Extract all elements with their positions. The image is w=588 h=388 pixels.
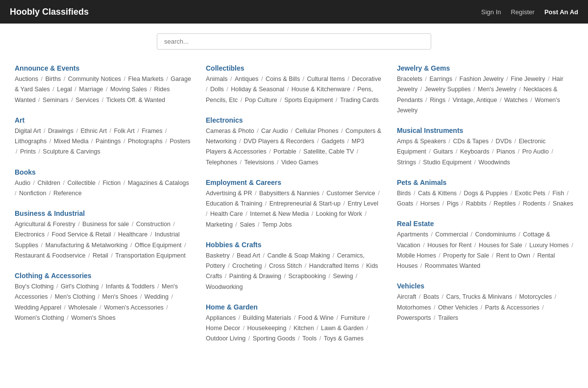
category-title[interactable]: Art: [15, 116, 191, 124]
category-link[interactable]: Healthcare: [118, 231, 147, 238]
category-title[interactable]: Pets & Animals: [397, 179, 573, 186]
category-title[interactable]: Electronics: [206, 116, 382, 124]
category-link[interactable]: Crocheting: [232, 262, 262, 269]
category-link[interactable]: Building Materials: [243, 314, 292, 321]
category-link[interactable]: Basketry: [206, 252, 230, 259]
category-link[interactable]: Car Audio: [261, 128, 288, 134]
category-link[interactable]: DVDs: [496, 138, 512, 145]
category-link[interactable]: Dogs & Puppies: [464, 190, 508, 197]
category-link[interactable]: Digital Art: [15, 128, 41, 134]
category-link[interactable]: Birds: [397, 190, 411, 197]
category-link[interactable]: Retail: [93, 252, 108, 259]
category-link[interactable]: Holiday & Seasonal: [231, 86, 284, 93]
category-link[interactable]: Other Vehicles: [438, 304, 478, 311]
category-link[interactable]: Lithographs: [15, 138, 47, 145]
category-link[interactable]: Paintings: [96, 138, 121, 145]
category-link[interactable]: Snakes: [553, 200, 573, 207]
category-link[interactable]: Auctions: [15, 76, 38, 82]
category-link[interactable]: Tools: [302, 335, 317, 342]
category-link[interactable]: CDs & Tapes: [453, 138, 489, 145]
category-link[interactable]: Magazines & Catalogs: [128, 180, 189, 186]
category-link[interactable]: Nonfiction: [19, 190, 47, 197]
category-title[interactable]: Real Estate: [397, 220, 573, 228]
category-link[interactable]: Powersports: [397, 314, 431, 321]
category-link[interactable]: Health Care: [210, 210, 243, 217]
category-title[interactable]: Clothing & Accessories: [15, 272, 191, 280]
category-link[interactable]: Furniture: [341, 314, 365, 321]
category-link[interactable]: Moving Sales: [110, 86, 147, 93]
category-link[interactable]: Fashion Jewelry: [460, 76, 504, 82]
category-link[interactable]: Earrings: [430, 76, 453, 82]
category-link[interactable]: Cross Stitch: [269, 262, 302, 269]
category-link[interactable]: Mixed Media: [54, 138, 89, 145]
category-link[interactable]: Trailers: [438, 314, 458, 321]
register-link[interactable]: Register: [511, 8, 534, 16]
category-link[interactable]: Infants & Toddlers: [106, 283, 155, 290]
category-link[interactable]: Horses: [420, 200, 440, 207]
category-link[interactable]: Food Service & Retail: [52, 231, 111, 238]
category-link[interactable]: Tickets Off. & Wanted: [106, 97, 165, 103]
category-link[interactable]: Marriage: [79, 86, 103, 93]
category-link[interactable]: Sports Equipment: [284, 97, 333, 103]
category-link[interactable]: Handcrafted Items: [309, 262, 359, 269]
category-link[interactable]: Woodwinds: [478, 159, 510, 166]
category-link[interactable]: Scrapbooking: [289, 273, 326, 280]
category-link[interactable]: Rings: [430, 97, 445, 103]
category-link[interactable]: Outdoor Living: [206, 335, 245, 342]
category-link[interactable]: Women's Clothing: [15, 314, 64, 321]
category-link[interactable]: Customer Service: [326, 190, 375, 197]
category-link[interactable]: Aircraft: [397, 293, 416, 300]
category-link[interactable]: Reference: [53, 190, 82, 197]
category-title[interactable]: Employment & Careers: [206, 179, 382, 186]
category-link[interactable]: Cellular Phones: [295, 128, 338, 134]
category-link[interactable]: Electronics: [15, 231, 45, 238]
category-title[interactable]: Jewelry & Gems: [397, 64, 573, 72]
category-link[interactable]: Exotic Pets: [515, 190, 546, 197]
category-link[interactable]: Reptiles: [493, 200, 515, 207]
category-link[interactable]: Looking for Work: [316, 210, 362, 217]
category-link[interactable]: Cultural Items: [307, 76, 345, 82]
category-link[interactable]: Studio Equipment: [423, 159, 471, 166]
category-link[interactable]: Goats: [397, 200, 413, 207]
category-link[interactable]: Property for Sale: [443, 252, 489, 259]
category-link[interactable]: Pigs: [447, 200, 459, 207]
category-link[interactable]: Pianos: [496, 148, 515, 155]
category-link[interactable]: Boats: [423, 293, 439, 300]
category-link[interactable]: Men's Shoes: [102, 293, 138, 300]
category-link[interactable]: Cats & Kittens: [418, 190, 457, 197]
category-link[interactable]: Satellite, Cable TV: [303, 148, 354, 155]
category-link[interactable]: Woodworking: [206, 284, 243, 290]
category-link[interactable]: Construction: [136, 221, 171, 228]
category-link[interactable]: Food & Wine: [298, 314, 334, 321]
category-link[interactable]: Coins & Bills: [266, 76, 300, 82]
category-link[interactable]: Temp Jobs: [262, 221, 292, 228]
category-link[interactable]: Men's Clothing: [55, 293, 95, 300]
category-link[interactable]: Wedding Apparel: [15, 304, 61, 311]
category-link[interactable]: Televisions: [244, 159, 274, 166]
category-link[interactable]: Community Notices: [68, 76, 121, 82]
category-link[interactable]: Cars, Trucks & Minivans: [446, 293, 512, 300]
category-link[interactable]: Photographs: [128, 138, 163, 145]
category-link[interactable]: Business for sale: [82, 221, 129, 228]
category-link[interactable]: Home Decor: [206, 325, 240, 332]
category-link[interactable]: Pro Audio: [522, 148, 549, 155]
category-link[interactable]: Toys & Games: [324, 335, 364, 342]
category-link[interactable]: Agricultural & Forestry: [15, 221, 75, 228]
category-link[interactable]: Entry Level: [347, 200, 378, 207]
category-link[interactable]: Fine Jewelry: [511, 76, 545, 82]
category-link[interactable]: Vintage, Antique: [453, 97, 497, 103]
category-link[interactable]: Guitars: [433, 148, 453, 155]
category-link[interactable]: Fish: [553, 190, 564, 197]
category-title[interactable]: Vehicles: [397, 282, 573, 290]
category-link[interactable]: Wholesale: [68, 304, 97, 311]
category-link[interactable]: Advertising & PR: [206, 190, 252, 197]
category-link[interactable]: Restaurant & Foodservice: [15, 252, 86, 259]
category-link[interactable]: Strings: [397, 159, 416, 166]
category-link[interactable]: Ethnic Art: [80, 128, 107, 134]
category-link[interactable]: Decorative: [352, 76, 381, 82]
category-link[interactable]: Entrepreneurial & Start-up: [270, 200, 341, 207]
sign-in-link[interactable]: Sign In: [481, 8, 501, 16]
category-link[interactable]: DVD Players & Recorders: [244, 138, 315, 145]
category-link[interactable]: Apartments: [397, 231, 428, 238]
category-link[interactable]: Motorhomes: [397, 304, 431, 311]
